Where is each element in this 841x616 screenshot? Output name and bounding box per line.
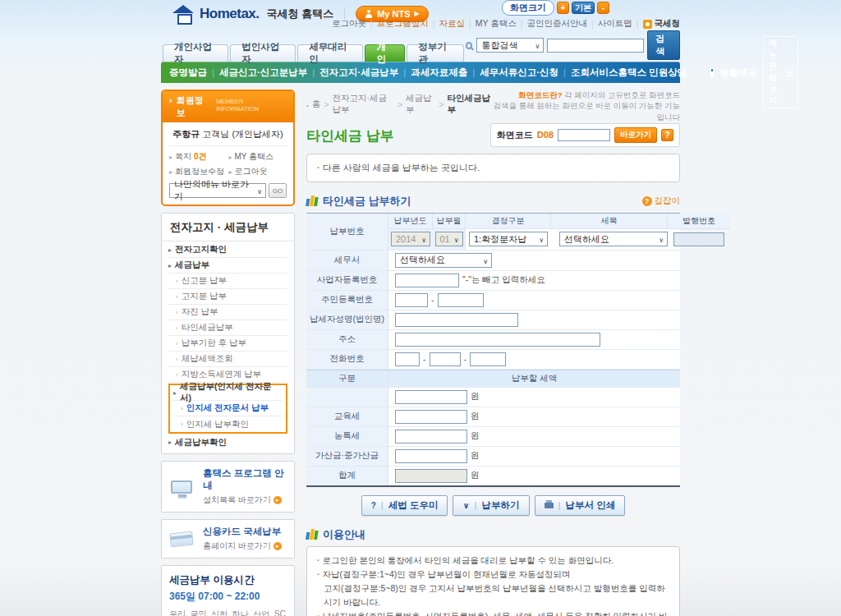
nts-link[interactable]: 국세청 [655,18,681,30]
nav-documents[interactable]: 세무서류신고·신청 [480,67,558,79]
nav-enotice-payment[interactable]: 전자고지·세금납부 [319,67,398,79]
quick-menu-select[interactable]: 나만의메뉴 바로가기 [169,183,266,198]
menu-enotice-check[interactable]: ▸전자고지확인 [168,242,287,258]
cert-center-link[interactable]: 공인인증서안내 [527,18,588,30]
program-install-link[interactable]: 프로그램설치 [377,18,429,30]
all-menu-button[interactable]: 메뉴전체보기 [763,36,798,108]
nav-inquiry[interactable]: 조회서비스 [571,67,618,79]
tab-government[interactable]: 정부기관 [407,44,464,62]
member-title: 회원정보 [177,94,212,119]
print-payment-slip-button[interactable]: 납부서 인쇄 [535,495,626,516]
zoom-out-button[interactable]: - [597,2,609,14]
phone-input-1[interactable] [395,352,420,366]
menu-stamp-tax-confirm[interactable]: ›인지세 납부확인 [173,416,283,432]
menu-noticed-payment[interactable]: ›고지분 납부 [168,289,287,305]
resident-number-input-2[interactable] [438,293,484,307]
chevron-down-icon [535,234,544,244]
rural-tax-input[interactable] [395,430,467,444]
amount-value-header: 납부할 세액 [388,370,680,387]
menu-arrears-inquiry[interactable]: ›체납세액조회 [168,352,287,367]
breadcrumb-enotice[interactable]: 전자고지·세금납부 [332,93,394,116]
my-hometax-side-link[interactable]: ▸MY 홈택스 [229,151,287,163]
logo-subtitle: 국세청 홈택스 [267,7,334,21]
logout-side-link[interactable]: ▸로그아웃 [229,166,287,177]
chevron-down-icon [254,186,262,195]
materials-link[interactable]: 자료실 [439,18,466,30]
taxpayer-name-input[interactable] [395,313,518,327]
my-hometax-link[interactable]: MY 홈택스 [476,18,517,30]
zoom-in-button[interactable]: + [557,2,569,14]
surcharge-input[interactable] [395,449,467,463]
menu-after-deadline[interactable]: ›납부기한 후 납부 [168,336,287,352]
main-tabs: 개인사업자 법인사업자 세무대리인 개인 정부기관 통합검색 검색 [161,43,680,62]
screen-code-go-button[interactable]: 바로가기 [614,127,657,143]
phone-input-3[interactable] [470,352,506,366]
monitor-icon [167,480,196,494]
menu-stamp-tax-group[interactable]: ▸세금납부(인지세 전자문서) [173,385,283,401]
month-select[interactable]: 01 [435,232,463,246]
breadcrumb-payment[interactable]: 세금납부 [406,93,435,116]
tax-item-select[interactable]: 선택하세요 [559,232,668,246]
menu-label: 납부기한 후 납부 [182,338,246,349]
logo-text: Hometax. [200,6,260,22]
bullet-icon: ▸ [229,168,232,176]
menu-payment-confirm[interactable]: ▸세금납부확인 [168,434,287,450]
main-tax-input[interactable] [395,390,467,404]
month-value: 01 [440,234,450,244]
menu-filed-payment[interactable]: ›신고분 납부 [168,274,287,289]
resident-number-row: 주민등록번호 [306,291,680,310]
resident-number-input-1[interactable] [395,293,428,307]
form-buttons: ?세법 도우미 ∨납부하기 납부서 인쇄 [306,495,680,516]
install-list-link[interactable]: 설치목록 바로가기 [203,494,289,506]
tab-individual-business[interactable]: 개인사업자 [163,44,228,62]
life-tax-link[interactable]: 생활세금 [719,67,757,79]
screen-code-help-button[interactable]: ? [661,129,673,141]
menu-tax-payment[interactable]: ▸세금납부 [168,258,287,274]
divider [394,99,406,109]
pay-button[interactable]: ∨납부하기 [453,495,529,516]
year-select[interactable]: 2014 [391,232,430,246]
question-icon [642,196,652,206]
tab-individual[interactable]: 개인 [365,44,405,62]
phone-input-2[interactable] [430,352,461,366]
chevron-down-icon [451,234,459,244]
menu-stamp-tax-payment-active[interactable]: ›인지세 전자문서 납부 [173,401,283,416]
issue-number-input[interactable] [673,232,724,246]
counsel-link[interactable]: 홈택스 민원상담 [618,67,687,79]
tax-law-helper-button[interactable]: ?세법 도우미 [361,495,448,516]
side-menu-title: 전자고지 · 세금납부 [162,214,294,241]
guide-link[interactable]: 길잡이 [642,195,681,207]
usage-section-header: 이용안내 [306,527,680,542]
sitemap-link[interactable]: 사이트맵 [598,18,632,30]
arrow-icon: › [176,356,178,363]
member-info-body: 주항규 고객님 (개인납세자) ▸쪽지0건 ▸MY 홈택스 ▸회원정보수정 ▸로… [163,122,293,205]
install-list-label: 설치목록 바로가기 [203,494,271,506]
logout-link[interactable]: 로그아웃 [332,18,366,30]
business-number-input[interactable] [395,274,459,287]
menu-other-person-tax[interactable]: ›타인세금납부 [168,320,287,336]
divider: | [563,67,566,77]
edit-profile-link[interactable]: ▸회원정보수정 [169,166,227,177]
main-tax-row: 원 [306,388,680,407]
decision-type-select[interactable]: 1:확정분자납 [469,232,548,246]
tax-office-select[interactable]: 선택하세요 [395,253,492,268]
col-month-header: 납부월 [433,214,466,228]
program-guide-title: 홈택스 프로그램 안내 [203,467,289,492]
homepage-link[interactable]: 홈페이지 바로가기 [203,540,282,552]
dash-separator [431,295,434,305]
nav-tax-data[interactable]: 과세자료제출 [411,67,467,79]
zoom-default-button[interactable]: 기본 [572,2,595,14]
menu-voluntary-payment[interactable]: ›자진 납부 [168,305,287,320]
breadcrumb-home[interactable]: 홈 [312,99,321,110]
notice-box: 다른 사람의 세금을 납부하는 곳입니다. [306,154,680,182]
nav-certificates[interactable]: 증명발급 [169,67,207,79]
tab-tax-agent[interactable]: 세무대리인 [297,44,363,62]
nav-tax-return[interactable]: 세금신고·신고분납부 [219,67,307,79]
member-name-suffix: 고객님 (개인납세자) [200,129,283,139]
education-tax-input[interactable] [395,410,467,424]
screen-code-input[interactable] [558,129,610,141]
address-input[interactable] [395,333,600,347]
messages-link[interactable]: ▸쪽지0건 [169,151,227,163]
quick-menu-go-button[interactable]: GO [269,183,287,198]
tab-corporate-business[interactable]: 법인사업자 [230,44,296,62]
